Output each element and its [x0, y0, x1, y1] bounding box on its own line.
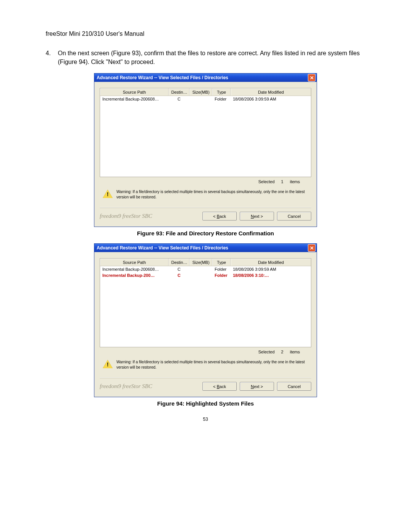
- cell-type: Folder: [212, 96, 231, 102]
- col-source-path[interactable]: Source Path: [100, 88, 169, 96]
- close-icon[interactable]: ✕: [308, 244, 315, 252]
- col-date-modified[interactable]: Date Modified: [231, 88, 311, 96]
- cell-size: [190, 96, 212, 102]
- cell-date: 18/08/2006 3:09:59 AM: [231, 96, 311, 102]
- warning-icon: !: [103, 359, 113, 369]
- warning-row: ! Warning: If a file/directory is select…: [100, 354, 311, 372]
- list-body: Incremental Backup-200608… C Folder 18/0…: [100, 266, 311, 347]
- col-type[interactable]: Type: [212, 88, 231, 96]
- next-button[interactable]: Next >: [240, 382, 274, 391]
- cell-size: [190, 273, 212, 278]
- list-header: Source Path Destin… Size(MB) Type Date M…: [100, 88, 311, 96]
- file-listview[interactable]: Source Path Destin… Size(MB) Type Date M…: [100, 258, 311, 347]
- list-row[interactable]: Incremental Backup-200608… C Folder 18/0…: [100, 266, 311, 272]
- selected-count-line: Selected 2 items: [100, 347, 311, 354]
- step-item: 4. On the next screen (Figure 93), confi…: [46, 49, 365, 66]
- cell-destin: C: [169, 273, 190, 278]
- cell-date: 18/08/2006 3:10:…: [231, 273, 311, 278]
- items-label: items: [290, 179, 300, 184]
- col-size-mb[interactable]: Size(MB): [190, 88, 212, 96]
- items-label: items: [290, 350, 300, 354]
- cell-date: 18/08/2006 3:09:59 AM: [231, 267, 311, 272]
- col-date-modified[interactable]: Date Modified: [231, 259, 311, 266]
- selected-count: 2: [276, 350, 289, 354]
- list-body: Incremental Backup-200608… C Folder 18/0…: [100, 96, 311, 177]
- back-button[interactable]: < Back: [202, 212, 237, 220]
- cancel-button[interactable]: Cancel: [277, 212, 311, 220]
- col-destin[interactable]: Destin…: [169, 259, 190, 266]
- list-header: Source Path Destin… Size(MB) Type Date M…: [100, 259, 311, 266]
- dialog-title: Advanced Restore Wizard -- View Selected…: [97, 75, 228, 80]
- cell-destin: C: [169, 96, 190, 102]
- cell-source-path: Incremental Backup-200…: [100, 273, 169, 278]
- col-size-mb[interactable]: Size(MB): [190, 259, 212, 266]
- selected-label: Selected: [258, 179, 275, 184]
- cell-source-path: Incremental Backup-200608…: [100, 96, 169, 102]
- cell-type: Folder: [212, 273, 231, 278]
- cell-source-path: Incremental Backup-200608…: [100, 267, 169, 272]
- figure-94-caption: Figure 94: Highlighted System Files: [46, 400, 365, 407]
- titlebar[interactable]: Advanced Restore Wizard -- View Selected…: [94, 244, 317, 252]
- restore-wizard-dialog-1: Advanced Restore Wizard -- View Selected…: [94, 73, 317, 227]
- warning-icon: !: [103, 189, 113, 198]
- file-listview[interactable]: Source Path Destin… Size(MB) Type Date M…: [100, 88, 311, 177]
- col-source-path[interactable]: Source Path: [100, 259, 169, 266]
- cancel-button[interactable]: Cancel: [277, 382, 311, 391]
- warning-text: Warning: If a file/directory is selected…: [116, 359, 308, 370]
- brand-text: freedom9 freeStor SBC: [100, 383, 152, 390]
- figure-93-caption: Figure 93: File and Directory Restore Co…: [46, 230, 365, 236]
- divider: [100, 207, 311, 208]
- list-row[interactable]: Incremental Backup-200608… C Folder 18/0…: [100, 96, 311, 102]
- cell-destin: C: [169, 267, 190, 272]
- cell-type: Folder: [212, 267, 231, 272]
- back-button[interactable]: < Back: [202, 382, 237, 391]
- col-type[interactable]: Type: [212, 259, 231, 266]
- dialog-title: Advanced Restore Wizard -- View Selected…: [97, 245, 228, 251]
- list-row-system[interactable]: Incremental Backup-200… C Folder 18/08/2…: [100, 272, 311, 278]
- close-icon[interactable]: ✕: [308, 74, 315, 81]
- divider: [100, 377, 311, 378]
- next-button[interactable]: Next >: [240, 212, 274, 220]
- page-number: 53: [46, 417, 365, 422]
- selected-label: Selected: [258, 350, 275, 354]
- step-text: On the next screen (Figure 93), confirm …: [58, 49, 365, 66]
- selected-count: 1: [276, 179, 289, 184]
- brand-text: freedom9 freeStor SBC: [100, 213, 152, 219]
- warning-text: Warning: If a file/directory is selected…: [116, 189, 308, 200]
- restore-wizard-dialog-2: Advanced Restore Wizard -- View Selected…: [94, 243, 317, 397]
- step-number: 4.: [46, 49, 58, 66]
- col-destin[interactable]: Destin…: [169, 88, 190, 96]
- selected-count-line: Selected 1 items: [100, 177, 311, 184]
- warning-row: ! Warning: If a file/directory is select…: [100, 184, 311, 202]
- cell-size: [190, 267, 212, 272]
- manual-title: freeStor Mini 210/310 User's Manual: [46, 30, 365, 37]
- titlebar[interactable]: Advanced Restore Wizard -- View Selected…: [94, 73, 317, 82]
